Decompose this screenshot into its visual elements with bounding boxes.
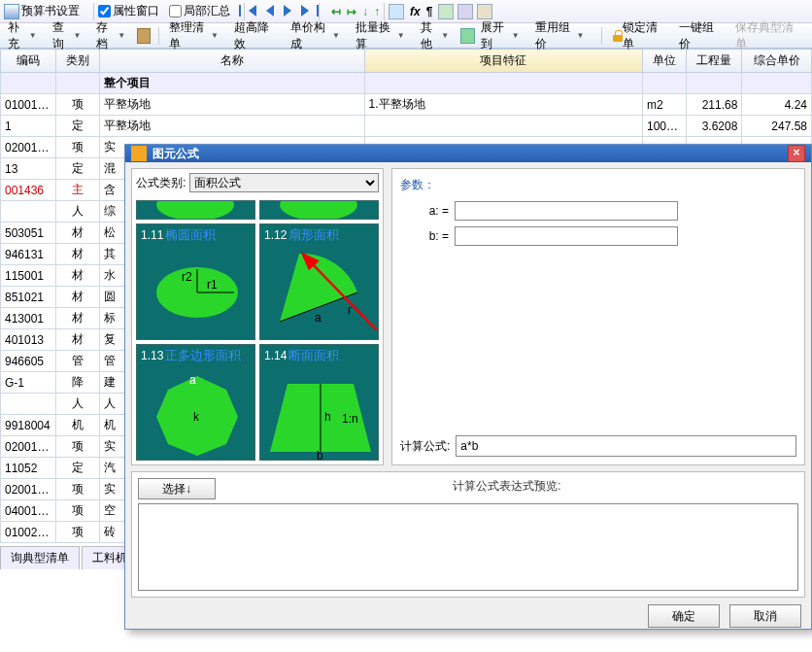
cell-type[interactable]: 项 <box>56 436 100 458</box>
shape-polygon[interactable]: 1.13正多边形面积 k a <box>136 344 255 461</box>
cell-code[interactable]: 946131 <box>1 244 56 265</box>
lock-btn[interactable]: 锁定清单 <box>608 17 667 54</box>
cell-type[interactable]: 管 <box>56 351 100 372</box>
cell-type[interactable]: 材 <box>56 329 100 351</box>
reuse-menu[interactable]: 重用组价▼ <box>531 17 589 54</box>
shape-list[interactable]: 1.11椭圆面积 r1 r2 1.12扇形面积 <box>132 196 383 464</box>
cell-price[interactable]: 4.24 <box>742 94 812 116</box>
cell-unit[interactable]: m2 <box>643 94 687 116</box>
cell-code[interactable]: 503051 <box>1 223 56 244</box>
cell-code[interactable]: 1 <box>1 116 56 137</box>
cell-type[interactable]: 人 <box>56 201 100 223</box>
param-a-input[interactable] <box>455 201 678 221</box>
cell-price[interactable]: 247.58 <box>742 116 812 137</box>
nav-next-icon[interactable] <box>284 5 297 18</box>
cell-unit[interactable]: 100m2 <box>643 116 687 137</box>
move-up-icon[interactable]: ↑ <box>374 5 380 18</box>
param-b-input[interactable] <box>455 226 678 246</box>
archive-menu[interactable]: 存档▼ <box>92 17 129 54</box>
cell-type[interactable]: 材 <box>56 244 100 265</box>
cell-type[interactable]: 项 <box>56 479 100 500</box>
cell-feat[interactable] <box>364 116 643 137</box>
cell-code[interactable]: 946605 <box>1 351 56 372</box>
move-left-icon[interactable]: ↤ <box>331 5 341 18</box>
table-row[interactable]: 01001001项平整场地1.平整场地m2211.684.24 <box>1 94 812 116</box>
nav-prev-icon[interactable] <box>266 5 280 18</box>
cell-name[interactable]: 整个项目 <box>100 73 364 94</box>
dialog-titlebar[interactable]: 图元公式 × <box>125 145 811 162</box>
cell-code[interactable]: 02001001 <box>1 137 56 158</box>
cell-type[interactable] <box>56 73 100 94</box>
cell-name[interactable]: 平整场地 <box>100 116 364 137</box>
shape-section[interactable]: 1.14断面面积 h 1:n b <box>259 344 379 461</box>
cell-type[interactable]: 定 <box>56 158 100 180</box>
expand-menu[interactable]: 展开到▼ <box>477 17 524 54</box>
cell-type[interactable]: 定 <box>56 458 100 479</box>
cell-code[interactable]: 04001001 <box>1 500 56 522</box>
tree-icon[interactable] <box>460 28 474 44</box>
table-row[interactable]: 1定平整场地100m23.6208247.58 <box>1 116 812 137</box>
cell-feat[interactable]: 1.平整场地 <box>364 94 643 116</box>
cell-code[interactable]: 401013 <box>1 329 56 351</box>
cell-code[interactable] <box>1 201 56 223</box>
paragraph-icon[interactable]: ¶ <box>426 5 433 18</box>
shape-sector[interactable]: 1.12扇形面积 a r <box>259 223 379 340</box>
tidy-menu[interactable]: 整理清单▼ <box>165 17 222 54</box>
property-checkbox[interactable] <box>98 5 111 17</box>
cancel-button[interactable]: 取消 <box>729 604 801 628</box>
cell-qty[interactable] <box>687 73 742 94</box>
tool2-icon[interactable] <box>457 4 473 19</box>
cell-code[interactable]: 001436 <box>1 180 56 201</box>
cell-type[interactable]: 项 <box>56 137 100 158</box>
cell-code[interactable]: 01001001 <box>1 94 56 116</box>
cell-type[interactable]: 项 <box>56 522 100 543</box>
cell-type[interactable]: 材 <box>56 223 100 244</box>
cell-code[interactable]: G-1 <box>1 372 56 394</box>
cell-type[interactable]: 项 <box>56 500 100 522</box>
cell-name[interactable]: 平整场地 <box>100 94 364 116</box>
cell-type[interactable]: 材 <box>56 308 100 329</box>
cell-code[interactable] <box>1 73 56 94</box>
nav-last-icon[interactable] <box>301 5 315 18</box>
cell-type[interactable]: 材 <box>56 265 100 287</box>
other-menu[interactable]: 其他▼ <box>417 17 454 54</box>
cell-code[interactable]: 851021 <box>1 287 56 308</box>
nav-first-icon[interactable] <box>249 5 262 18</box>
cell-type[interactable]: 降 <box>56 372 100 394</box>
formula-type-select[interactable]: 面积公式 <box>189 173 379 192</box>
cell-code[interactable]: 115001 <box>1 265 56 287</box>
query-menu[interactable]: 查询▼ <box>49 17 85 54</box>
shape-partial-right[interactable] <box>259 200 379 220</box>
cell-code[interactable]: 01002001 <box>1 522 56 543</box>
book-icon[interactable] <box>137 28 151 44</box>
cell-type[interactable]: 人 <box>56 394 100 415</box>
cell-code[interactable]: 02001004 <box>1 436 56 458</box>
cell-type[interactable]: 定 <box>56 116 100 137</box>
cell-price[interactable] <box>742 73 812 94</box>
cell-code[interactable]: 9918004 <box>1 415 56 436</box>
cell-qty[interactable]: 3.6208 <box>687 116 742 137</box>
move-down-icon[interactable]: ↓ <box>362 5 368 18</box>
formula-input[interactable] <box>456 435 796 457</box>
cell-code[interactable]: 413001 <box>1 308 56 329</box>
select-button[interactable]: 选择↓ <box>138 478 216 499</box>
fill-menu[interactable]: 补充▼ <box>4 17 41 54</box>
cell-type[interactable]: 材 <box>56 287 100 308</box>
cell-unit[interactable] <box>643 73 687 94</box>
close-icon[interactable]: × <box>788 145 805 162</box>
shape-partial-left[interactable] <box>136 200 255 220</box>
tab-typical[interactable]: 询典型清单 <box>0 546 80 569</box>
cell-type[interactable]: 机 <box>56 415 100 436</box>
table-row[interactable]: 整个项目 <box>1 73 812 94</box>
shape-ellipse[interactable]: 1.11椭圆面积 r1 r2 <box>136 223 255 340</box>
cell-feat[interactable] <box>364 73 643 94</box>
cell-type[interactable]: 主 <box>56 180 100 201</box>
high-btn[interactable]: 超高降效 <box>230 17 279 54</box>
ok-button[interactable]: 确定 <box>648 604 720 628</box>
cell-code[interactable]: 02001003 <box>1 479 56 500</box>
move-right-icon[interactable]: ↦ <box>347 5 356 18</box>
unit-menu[interactable]: 单价构成▼ <box>287 17 344 54</box>
batch-menu[interactable]: 批量换算▼ <box>352 17 409 54</box>
fx-icon[interactable]: fx <box>410 5 421 18</box>
onekey-btn[interactable]: 一键组价 <box>675 17 724 54</box>
